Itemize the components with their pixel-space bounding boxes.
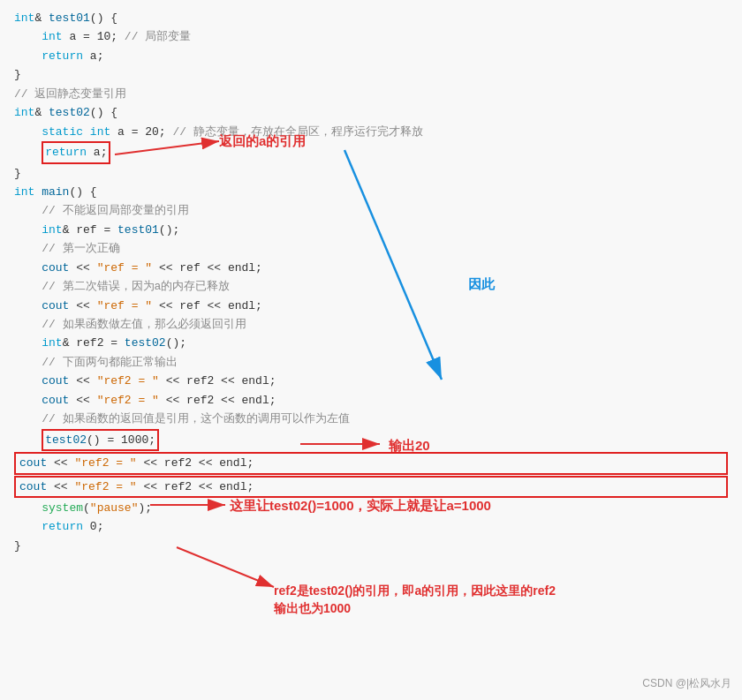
- annotation-output20: 输出20: [389, 435, 430, 457]
- code-line: }: [14, 537, 728, 555]
- red-box-test02: test02() = 1000;: [42, 429, 159, 451]
- code-line: // 如果函数的返回值是引用，这个函数的调用可以作为左值: [14, 410, 728, 428]
- code-line: // 如果函数做左值，那么必须返回引用: [14, 315, 728, 334]
- code-line: cout << "ref2 = " << ref2 << endl;: [14, 372, 728, 390]
- watermark: CSDN @|松风水月: [642, 675, 731, 693]
- red-box-return-a: return a;: [42, 141, 110, 163]
- code-line: // 下面两句都能正常输出: [14, 353, 728, 372]
- code-line: static int a = 20; // 静态变量，存放在全局区，程序运行完才…: [14, 123, 728, 141]
- code-area: int& test01() { int a = 10; // 局部变量 retu…: [0, 0, 742, 700]
- code-line: // 返回静态变量引用: [14, 85, 728, 103]
- code-line: int main() {: [14, 183, 728, 201]
- code-line: cout << "ref = " << ref << endl;: [14, 297, 728, 315]
- annotation-therefore: 因此: [468, 274, 495, 296]
- code-line: return a;: [14, 47, 728, 65]
- code-line-return-a: return a;: [14, 141, 728, 163]
- code-line-test02: test02() = 1000;: [14, 429, 728, 451]
- code-line: // 第一次正确: [14, 239, 728, 258]
- code-line: // 不能返回局部变量的引用: [14, 201, 728, 220]
- code-line: cout << "ref2 = " << ref2 << endl;: [14, 391, 728, 410]
- code-line: }: [14, 65, 728, 84]
- code-line: int& test02() {: [14, 103, 728, 122]
- code-line: int& ref = test01();: [14, 221, 728, 239]
- code-line: cout << "ref = " << ref << endl;: [14, 259, 728, 277]
- code-line: int a = 10; // 局部变量: [14, 27, 728, 46]
- annotation-test02-1000: 这里让test02()=1000，实际上就是让a=1000: [230, 495, 491, 517]
- annotation-ref2-line2: 输出也为1000: [274, 598, 351, 619]
- code-line: }: [14, 164, 728, 183]
- red-box-cout1: cout << "ref2 = " << ref2 << endl;: [14, 452, 728, 474]
- code-line: int& ref2 = test02();: [14, 334, 728, 352]
- annotation-return-ref: 返回的a的引用: [219, 131, 306, 153]
- code-line: // 第二次错误，因为a的内存已释放: [14, 277, 728, 296]
- code-line: int& test01() {: [14, 9, 728, 27]
- code-line: return 0;: [14, 517, 728, 536]
